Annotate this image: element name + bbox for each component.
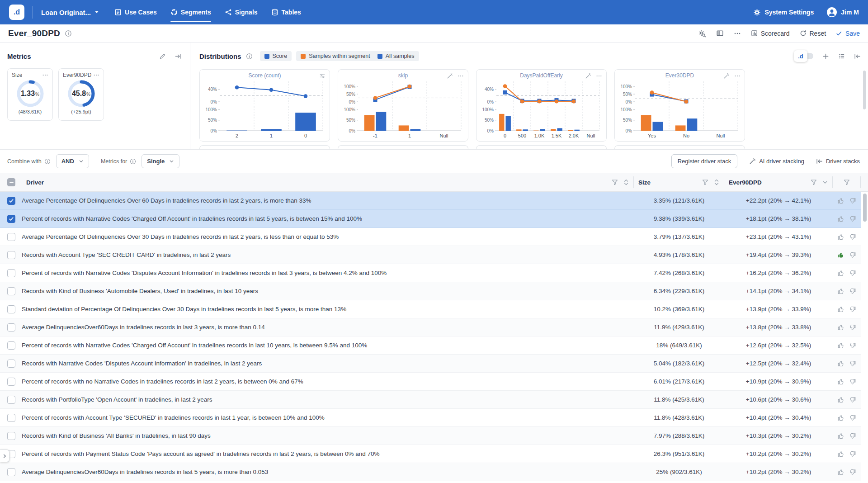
row-checkbox[interactable] — [7, 215, 15, 223]
driver-table-row[interactable]: Average DelinquenciesOver60Days in trade… — [0, 318, 868, 336]
more-options-icon[interactable] — [734, 30, 741, 37]
thumbs-down-icon[interactable] — [849, 324, 856, 331]
row-checkbox[interactable] — [7, 323, 15, 331]
row-checkbox[interactable] — [7, 305, 15, 313]
edit-metrics-icon[interactable] — [159, 53, 166, 60]
select-all-checkbox[interactable] — [7, 178, 15, 186]
wand-icon[interactable] — [447, 73, 453, 79]
system-settings-button[interactable]: System Settings — [753, 9, 814, 16]
thumbs-up-icon[interactable] — [837, 197, 844, 204]
settings-search-icon[interactable] — [698, 29, 706, 38]
size-column-header[interactable]: Size — [634, 176, 724, 188]
thumbs-down-icon[interactable] — [849, 215, 856, 223]
nav-item-use-cases[interactable]: Use Cases — [114, 0, 157, 24]
filter-icon[interactable] — [844, 179, 850, 185]
thumbs-down-icon[interactable] — [849, 414, 856, 421]
driver-table-row[interactable]: Average Percentage Of Delinquencies Over… — [0, 192, 868, 210]
thumbs-down-icon[interactable] — [849, 342, 856, 349]
driver-table-row[interactable]: Records with Narrative Codes 'Disputes A… — [0, 355, 868, 373]
chevron-down-icon[interactable] — [822, 180, 828, 185]
info-icon[interactable] — [65, 30, 72, 37]
register-driver-stack-button[interactable]: Register driver stack — [671, 154, 737, 168]
collapse-right-icon[interactable] — [175, 53, 182, 60]
driver-table-row[interactable]: Average DelinquenciesOver60Days in trade… — [0, 463, 868, 481]
driver-table-row[interactable]: Records with Kind of Business 'Automobil… — [0, 282, 868, 300]
thumbs-up-icon[interactable] — [837, 215, 844, 223]
add-chart-icon[interactable] — [822, 53, 829, 60]
thumbs-up-icon[interactable] — [837, 432, 844, 440]
filter-icon[interactable] — [702, 179, 708, 185]
workspace-selector[interactable]: Loan Originat... — [41, 9, 99, 16]
row-checkbox[interactable] — [7, 378, 15, 386]
save-button[interactable]: Save — [836, 30, 860, 37]
thumbs-up-icon[interactable] — [837, 378, 844, 385]
thumbs-down-icon[interactable] — [849, 432, 856, 440]
table-scrollbar-thumb[interactable] — [863, 194, 867, 222]
votes-column-header[interactable] — [833, 176, 861, 188]
row-checkbox[interactable] — [7, 233, 15, 241]
distributions-info-icon[interactable] — [246, 53, 253, 60]
row-checkbox[interactable] — [7, 432, 15, 440]
thumbs-up-icon[interactable] — [837, 288, 844, 295]
driver-table-row[interactable]: Percent of records with Narrative Codes … — [0, 336, 868, 355]
thumbs-up-icon[interactable] — [837, 342, 844, 349]
thumbs-down-icon[interactable] — [849, 251, 856, 259]
thumbs-down-icon[interactable] — [849, 306, 856, 313]
row-checkbox[interactable] — [7, 414, 15, 422]
thumbs-up-icon[interactable] — [837, 360, 844, 367]
driver-table-row[interactable]: Average Percentage Of Delinquencies Over… — [0, 228, 868, 246]
nav-item-tables[interactable]: Tables — [271, 0, 301, 24]
driver-table-row[interactable]: Percent of records with Narrative Codes … — [0, 210, 868, 228]
metrics-for-select[interactable]: Single — [142, 154, 179, 168]
driver-table-row[interactable]: Percent of records with Account Type 'SE… — [0, 409, 868, 427]
metric-column-header[interactable]: Ever90DPD — [724, 176, 833, 188]
nav-item-segments[interactable]: Segments — [170, 0, 211, 24]
thumbs-up-icon[interactable] — [837, 270, 844, 277]
driver-table-row[interactable]: Standard deviation of Percentage Of Deli… — [0, 300, 868, 318]
thumbs-up-icon[interactable] — [837, 469, 844, 476]
thumbs-down-icon[interactable] — [849, 450, 856, 458]
thumbs-up-icon[interactable] — [837, 324, 844, 331]
thumbs-down-icon[interactable] — [849, 233, 856, 241]
wand-icon[interactable] — [585, 73, 591, 79]
thumbs-down-icon[interactable] — [849, 270, 856, 277]
sort-icon[interactable] — [714, 179, 719, 186]
thumbs-down-icon[interactable] — [849, 197, 856, 204]
thumbs-up-icon[interactable] — [837, 306, 844, 313]
user-menu[interactable]: Jim M — [826, 7, 859, 18]
nav-item-signals[interactable]: Signals — [225, 0, 258, 24]
row-checkbox[interactable] — [7, 360, 15, 368]
thumbs-up-icon[interactable] — [837, 233, 844, 241]
reset-button[interactable]: Reset — [800, 30, 826, 37]
thumbs-down-icon[interactable] — [849, 378, 856, 385]
thumbs-down-icon[interactable] — [849, 396, 856, 403]
driver-table-row[interactable]: Percent of records with Payment Status C… — [0, 445, 868, 463]
more-options-icon[interactable] — [458, 73, 464, 79]
driver-table-row[interactable]: Percent of records with no Narrative Cod… — [0, 373, 868, 391]
row-checkbox[interactable] — [7, 341, 15, 350]
row-checkbox[interactable] — [7, 468, 15, 476]
more-options-icon[interactable] — [596, 73, 602, 79]
chart-settings-icon[interactable] — [319, 73, 326, 79]
row-checkbox[interactable] — [7, 396, 15, 404]
thumbs-down-icon[interactable] — [849, 288, 856, 295]
metrics-for-info-icon[interactable] — [130, 158, 136, 165]
sort-icon[interactable] — [623, 179, 629, 186]
collapse-left-icon[interactable] — [854, 53, 861, 60]
legend-item-score[interactable]: Score — [264, 53, 288, 59]
d-logo-toggle[interactable]: .d — [794, 50, 813, 62]
ai-driver-stacking-button[interactable]: AI driver stacking — [749, 158, 804, 165]
driver-stacks-button[interactable]: Driver stacks — [816, 158, 860, 165]
row-checkbox[interactable] — [7, 287, 15, 295]
driver-table-row[interactable]: Records with PortfolioType 'Open Account… — [0, 391, 868, 409]
chart-list-icon[interactable] — [838, 53, 845, 60]
more-options-icon[interactable] — [93, 72, 99, 78]
table-scrollbar-track[interactable] — [861, 192, 868, 483]
combine-info-icon[interactable] — [44, 158, 51, 165]
thumbs-up-icon[interactable] — [837, 396, 844, 403]
filter-icon[interactable] — [811, 179, 817, 185]
thumbs-up-icon[interactable] — [837, 414, 844, 421]
driver-column-header[interactable]: Driver — [22, 176, 634, 188]
distributions-scrollbar[interactable] — [863, 71, 866, 109]
wand-icon[interactable] — [723, 73, 730, 79]
